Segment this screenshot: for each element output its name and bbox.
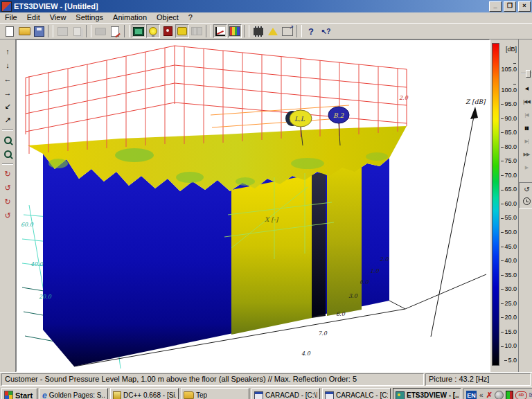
menu-file[interactable]: File	[0, 12, 22, 23]
help-button[interactable]: ?	[304, 24, 318, 38]
room-view-button[interactable]	[132, 24, 145, 38]
skip-start-button[interactable]: |◀◀	[520, 97, 532, 106]
light-bulb-icon	[149, 27, 157, 35]
toolbar: ?↖?	[0, 24, 532, 39]
rotate-x-icon: ↻	[4, 197, 10, 206]
play-reverse-button[interactable]: ◀	[520, 84, 532, 93]
step-forward-button[interactable]: ▶|	[520, 136, 532, 145]
loop-button[interactable]: ↺	[520, 185, 532, 194]
scale-tick: 55.0	[499, 215, 517, 221]
right-arrow-icon: →	[4, 89, 12, 97]
svg-text:4.0: 4.0	[301, 351, 311, 357]
task-caracad[interactable]: CARACAD - [C:\P...	[251, 388, 320, 399]
shadow-column	[312, 172, 326, 318]
step-back-icon: |◀	[524, 112, 528, 118]
network-globe-tray-icon[interactable]	[495, 391, 504, 399]
menu-help[interactable]: ?	[184, 12, 197, 23]
pan-down-left-button[interactable]: ↙	[1, 100, 14, 112]
close-button[interactable]: ×	[518, 1, 531, 12]
red-box-icon	[163, 26, 172, 36]
zoom-in-button[interactable]	[1, 134, 14, 146]
scale-tick: 5.0	[499, 357, 517, 364]
wedge-button[interactable]	[266, 24, 280, 38]
traffic-tray-icon[interactable]	[506, 391, 513, 399]
speed-tray-icon[interactable]: 4D	[515, 391, 527, 399]
new-button[interactable]	[3, 24, 17, 38]
menu-view[interactable]: View	[45, 12, 71, 23]
open-button[interactable]	[17, 24, 31, 38]
pan-up-button[interactable]: ↑	[1, 45, 14, 57]
rotate-cw-button[interactable]: ↻	[1, 168, 14, 180]
task-dcpp[interactable]: DC++ 0.668 - [Si...	[110, 388, 179, 399]
print-button[interactable]	[94, 24, 107, 38]
speakers-button[interactable]	[175, 24, 189, 38]
task-tep[interactable]: Tep	[181, 388, 249, 399]
export-view-button[interactable]	[281, 24, 294, 38]
context-help-button[interactable]: ↖?	[319, 24, 332, 38]
rotate-x-button[interactable]: ↻	[1, 196, 14, 208]
play-button[interactable]: ▶	[520, 163, 532, 172]
up-right-arrow-icon: ↗	[4, 116, 10, 125]
viewport-3d[interactable]: X [-] L.L B.2	[16, 39, 490, 372]
scale-tick: 10.0	[499, 343, 517, 349]
task-caracalc[interactable]: CARACALC - [C:\...	[322, 388, 391, 399]
pan-right-button[interactable]: →	[1, 87, 14, 98]
material-button[interactable]	[161, 24, 175, 38]
restore-button[interactable]: ❐	[504, 1, 516, 12]
colormap-button[interactable]	[228, 24, 242, 38]
film-icon	[254, 26, 263, 37]
menu-edit[interactable]: Edit	[22, 12, 45, 23]
rotate-y-icon: ↺	[4, 211, 10, 220]
surface-button[interactable]	[190, 24, 204, 38]
animation-button[interactable]	[251, 24, 265, 38]
yellow-speaker-icon	[177, 27, 187, 35]
lighting-button[interactable]	[146, 24, 160, 38]
menu-object[interactable]: Object	[152, 12, 184, 23]
task-ets3dview-label: ETS3DVIEW - [...	[407, 391, 459, 399]
new-document-icon	[6, 26, 14, 37]
speaker-marker-yellow-label: L.L	[294, 116, 305, 123]
dc-icon	[113, 391, 121, 399]
messenger-tray-icon[interactable]: ✗	[486, 391, 493, 399]
speed-slider[interactable]	[521, 70, 532, 76]
mail-tray-icon[interactable]: ✉	[529, 391, 532, 399]
task-golden-pages[interactable]: eGolden Pages: S...	[39, 388, 108, 399]
separator	[244, 25, 249, 37]
rotate-ccw-button[interactable]: ↺	[1, 182, 14, 194]
menu-settings[interactable]: Settings	[71, 12, 108, 23]
workspace: ↑↓←→↙↗↻↺↻↺	[0, 39, 532, 372]
minimize-button[interactable]: _	[489, 1, 502, 12]
scale-tick: 40.0	[499, 258, 517, 264]
tray-overflow-chevron[interactable]: «	[479, 391, 484, 399]
axes-button[interactable]	[213, 24, 227, 38]
open-folder-icon	[19, 27, 30, 35]
timer-button[interactable]	[520, 197, 532, 206]
language-indicator[interactable]: EN	[466, 391, 477, 399]
task-ets3dview[interactable]: ETS3DVIEW - [...	[393, 388, 461, 399]
zoom-out-button[interactable]	[1, 148, 14, 160]
pause-button[interactable]: ▮▮	[520, 123, 532, 132]
svg-text:40.0: 40.0	[30, 261, 44, 267]
step-back-button[interactable]: |◀	[520, 110, 532, 119]
separator	[296, 25, 302, 37]
rotate-y-button[interactable]: ↺	[1, 210, 14, 222]
menu-animation[interactable]: Animation	[108, 12, 152, 23]
pan-left-button[interactable]: ←	[1, 73, 14, 85]
rotate-ccw-icon: ↺	[4, 184, 10, 193]
start-button[interactable]: Start	[1, 388, 37, 399]
pan-up-right-button[interactable]: ↗	[1, 114, 14, 126]
save-button[interactable]	[32, 24, 46, 38]
color-scale-ticks: 105.0100.095.090.085.080.075.070.065.060…	[499, 60, 517, 364]
copy-button[interactable]	[70, 24, 84, 38]
svg-text:2.0: 2.0	[380, 256, 389, 263]
yellow-wedge-icon	[268, 28, 278, 35]
caracalc-icon	[325, 391, 334, 399]
copy-view-button[interactable]	[55, 24, 69, 38]
color-scale-gradient	[492, 43, 499, 366]
menu-help-label: ?	[188, 13, 193, 21]
fast-forward-button[interactable]: ▶▶	[520, 150, 532, 159]
print-preview-button[interactable]	[108, 24, 122, 38]
pan-down-button[interactable]: ↓	[1, 59, 14, 71]
separator	[2, 130, 13, 131]
color-scale-unit: [dB]	[506, 46, 517, 53]
